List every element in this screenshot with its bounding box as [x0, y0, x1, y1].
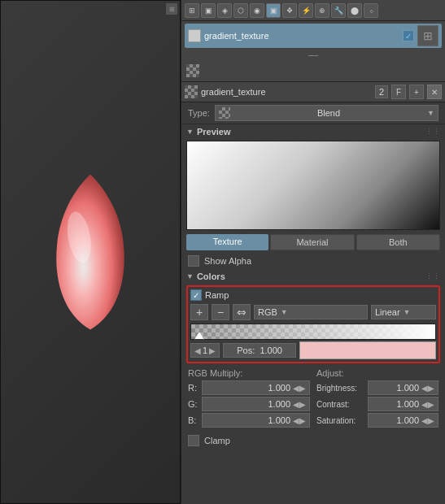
contrast-value: 1.000	[396, 399, 419, 409]
b-arrows[interactable]: ◀▶	[293, 416, 306, 425]
texture-dots-icon[interactable]: ⊞	[417, 25, 438, 46]
contrast-input[interactable]: 1.000 ◀▶	[368, 397, 438, 411]
texture-separator: —	[185, 50, 442, 61]
saturation-field-row: Saturation: 1.000 ◀▶	[316, 413, 438, 428]
preview-title: Preview	[197, 127, 231, 137]
colors-section-header[interactable]: ▼ Colors ⋮⋮	[181, 269, 445, 284]
type-dropdown-arrow: ▼	[427, 109, 434, 117]
tab-material[interactable]: Material	[270, 234, 354, 250]
top-bar: ⊞ ▣ ◈ ⬡ ◉ ▣ ❖ ⚡ ⊕ 🔧 ⬤ ⬦	[181, 0, 445, 21]
r-label: R:	[188, 383, 199, 393]
ramp-remove-btn[interactable]: −	[212, 304, 229, 320]
preview-section-header[interactable]: ▼ Preview ⋮⋮	[181, 124, 445, 139]
gradient-overlay	[191, 324, 435, 339]
show-alpha-label: Show Alpha	[204, 256, 251, 266]
texture-item-name: gradient_texture	[204, 31, 399, 41]
rgb-multiply-header: RGB Multiply:	[188, 368, 310, 378]
colors-triangle: ▼	[186, 272, 194, 280]
colors-title: Colors	[197, 272, 225, 281]
icon-world[interactable]: ◉	[250, 3, 264, 18]
type-select[interactable]: Blend ▼	[215, 105, 438, 121]
ramp-label: Ramp	[205, 290, 229, 300]
icon-particles[interactable]: ❖	[282, 3, 297, 18]
ramp-rgb-arrow: ▼	[281, 308, 288, 316]
icon-object[interactable]: ⬦	[364, 3, 378, 18]
tab-texture[interactable]: Texture	[186, 234, 268, 250]
pos-left-arrow[interactable]: ◀	[194, 346, 201, 355]
pos-field[interactable]: Pos: 1.000	[223, 343, 296, 358]
saturation-label: Saturation:	[316, 416, 365, 425]
brightness-value: 1.000	[396, 383, 419, 393]
ramp-rgb-select[interactable]: RGB ▼	[254, 305, 368, 319]
preview-triangle: ▼	[186, 128, 194, 136]
texture-item-active[interactable]: gradient_texture ✓ ⊞	[185, 24, 442, 48]
ramp-header: ✓ Ramp	[190, 289, 436, 301]
prop-header-icon	[185, 85, 198, 98]
texture-checker-icon	[186, 64, 199, 77]
prop-header-f-btn[interactable]: F	[391, 85, 406, 99]
r-arrows[interactable]: ◀▶	[293, 384, 306, 393]
color-swatch[interactable]	[299, 341, 436, 359]
adjust-header: Adjust:	[316, 368, 438, 378]
icon-scene[interactable]: ⬡	[233, 3, 248, 18]
g-value: 1.000	[268, 399, 290, 409]
brightness-input[interactable]: 1.000 ◀▶	[368, 380, 438, 395]
clamp-label: Clamp	[204, 436, 230, 445]
g-input[interactable]: 1.000 ◀▶	[202, 397, 310, 411]
icon-physics[interactable]: ⚡	[299, 3, 313, 18]
icon-render[interactable]: ◈	[217, 3, 232, 18]
pos-stepper[interactable]: ◀ 1 ▶	[190, 343, 220, 358]
contrast-field-row: Contrast: 1.000 ◀▶	[316, 397, 438, 411]
icon-texture[interactable]: ▣	[266, 3, 281, 18]
prop-header-name: gradient_texture	[201, 87, 372, 97]
b-input[interactable]: 1.000 ◀▶	[202, 413, 310, 428]
tab-both[interactable]: Both	[356, 234, 440, 250]
ramp-controls: + − ⇔ RGB ▼ Linear ▼	[190, 304, 436, 320]
type-select-icon	[219, 107, 230, 119]
g-field-row: G: 1.000 ◀▶	[188, 397, 310, 411]
prop-header: gradient_texture 2 F + ✕	[181, 82, 445, 102]
show-alpha-checkbox[interactable]	[188, 255, 199, 267]
ramp-interpolation-select[interactable]: Linear ▼	[371, 305, 436, 319]
type-row: Type: Blend ▼	[181, 102, 445, 124]
ramp-add-btn[interactable]: +	[190, 304, 208, 320]
rgb-multiply-col: RGB Multiply: R: 1.000 ◀▶ G: 1.000 ◀▶	[188, 368, 310, 429]
texture-visibility-toggle[interactable]: ✓	[403, 30, 414, 41]
texture-list: gradient_texture ✓ ⊞ —	[181, 21, 445, 82]
icon-view[interactable]: ▣	[201, 3, 216, 18]
colors-drag-handle: ⋮⋮	[425, 272, 440, 280]
ramp-rgb-value: RGB	[258, 307, 277, 317]
pos-label: Pos:	[237, 345, 255, 355]
ramp-flip-btn[interactable]: ⇔	[233, 304, 251, 320]
r-value: 1.000	[268, 383, 290, 393]
prop-header-close-btn[interactable]: ✕	[427, 85, 442, 99]
ramp-box: ✓ Ramp + − ⇔ RGB ▼ Linear ▼ ◀ 1	[186, 285, 440, 363]
icon-grid[interactable]: ⊞	[185, 3, 199, 18]
pos-right-arrow[interactable]: ▶	[209, 346, 216, 355]
tab-bar: Texture Material Both	[181, 232, 445, 253]
contrast-arrows[interactable]: ◀▶	[421, 400, 434, 409]
two-col-layout: RGB Multiply: R: 1.000 ◀▶ G: 1.000 ◀▶	[188, 368, 438, 429]
viewport[interactable]: ⊞	[0, 0, 181, 504]
b-label: B:	[188, 415, 199, 425]
pos-value: 1.000	[260, 345, 282, 355]
saturation-arrows[interactable]: ◀▶	[421, 416, 434, 425]
ramp-checkbox[interactable]: ✓	[190, 289, 202, 301]
clamp-checkbox[interactable]	[188, 435, 199, 446]
brightness-field-row: Brightness: 1.000 ◀▶	[316, 380, 438, 395]
saturation-input[interactable]: 1.000 ◀▶	[368, 413, 438, 428]
bottom-fields: RGB Multiply: R: 1.000 ◀▶ G: 1.000 ◀▶	[181, 365, 445, 432]
show-alpha-row: Show Alpha	[181, 253, 445, 269]
prop-header-num: 2	[375, 85, 388, 98]
flame-object	[41, 171, 139, 333]
g-arrows[interactable]: ◀▶	[293, 400, 306, 409]
preview-area	[186, 141, 440, 230]
gradient-bar[interactable]	[190, 324, 436, 340]
icon-modifiers[interactable]: 🔧	[331, 3, 346, 18]
r-input[interactable]: 1.000 ◀▶	[202, 380, 310, 395]
icon-data[interactable]: ⬤	[347, 3, 362, 18]
brightness-arrows[interactable]: ◀▶	[421, 384, 434, 393]
icon-constraints[interactable]: ⊕	[315, 3, 329, 18]
properties-panel: ⊞ ▣ ◈ ⬡ ◉ ▣ ❖ ⚡ ⊕ 🔧 ⬤ ⬦ gradient_texture…	[181, 0, 445, 504]
prop-header-plus-btn[interactable]: +	[409, 85, 424, 99]
